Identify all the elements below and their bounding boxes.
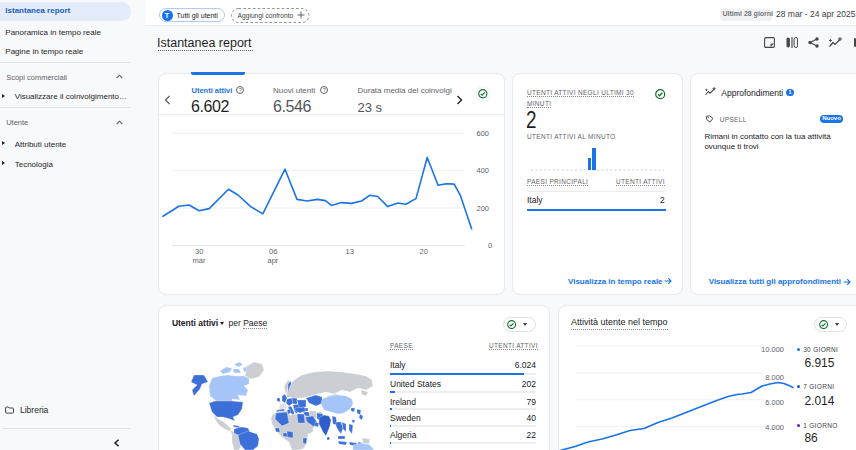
svg-text:10.000: 10.000 — [761, 345, 784, 354]
svg-text:30: 30 — [195, 247, 203, 256]
svg-text:0: 0 — [488, 241, 492, 250]
svg-text:4.000: 4.000 — [765, 423, 784, 432]
svg-text:200: 200 — [477, 204, 490, 213]
svg-text:400: 400 — [477, 166, 490, 175]
svg-text:apr: apr — [268, 256, 279, 265]
svg-text:06: 06 — [269, 247, 277, 256]
svg-text:600: 600 — [477, 129, 490, 138]
svg-text:13: 13 — [346, 247, 354, 256]
svg-text:6.000: 6.000 — [765, 398, 784, 407]
svg-text:8.000: 8.000 — [765, 373, 784, 382]
svg-text:20: 20 — [420, 247, 428, 256]
svg-text:mar: mar — [193, 256, 206, 265]
